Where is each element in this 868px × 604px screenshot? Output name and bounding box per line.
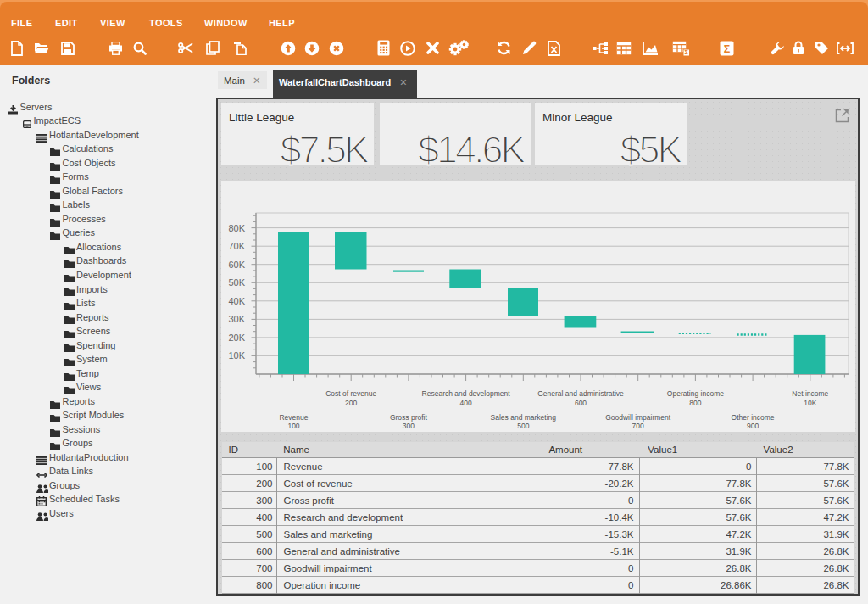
svg-text:10K: 10K — [804, 399, 816, 407]
svg-text:700: 700 — [632, 422, 644, 430]
svg-text:Gross profit: Gross profit — [390, 413, 428, 422]
svg-text:Operating income: Operating income — [667, 389, 724, 398]
svg-text:800: 800 — [689, 399, 701, 407]
svg-text:500: 500 — [517, 422, 529, 430]
svg-text:300: 300 — [403, 422, 415, 430]
svg-text:Sales and marketing: Sales and marketing — [491, 413, 557, 422]
svg-text:20K: 20K — [228, 333, 245, 343]
svg-text:100: 100 — [287, 422, 299, 430]
svg-text:Research and development: Research and development — [422, 389, 511, 398]
svg-text:600: 600 — [575, 399, 587, 407]
svg-text:Other income: Other income — [732, 413, 775, 422]
svg-text:30K: 30K — [228, 314, 245, 324]
svg-text:10K: 10K — [228, 350, 245, 361]
svg-text:Revenue: Revenue — [279, 413, 308, 422]
svg-text:200: 200 — [345, 399, 357, 407]
svg-text:Σ: Σ — [684, 49, 687, 55]
svg-text:70K: 70K — [228, 241, 245, 251]
svg-text:900: 900 — [747, 422, 759, 430]
svg-text:40K: 40K — [228, 296, 245, 306]
svg-text:Net income: Net income — [792, 389, 828, 398]
svg-text:80K: 80K — [228, 223, 245, 233]
svg-text:50K: 50K — [228, 277, 245, 288]
svg-text:Σ: Σ — [723, 42, 730, 54]
svg-text:General and administrative: General and administrative — [537, 389, 624, 398]
svg-text:400: 400 — [460, 399, 472, 407]
svg-text:Cost of revenue: Cost of revenue — [326, 389, 376, 398]
svg-text:60K: 60K — [228, 260, 245, 270]
svg-text:Goodwill impairment: Goodwill impairment — [605, 413, 671, 422]
